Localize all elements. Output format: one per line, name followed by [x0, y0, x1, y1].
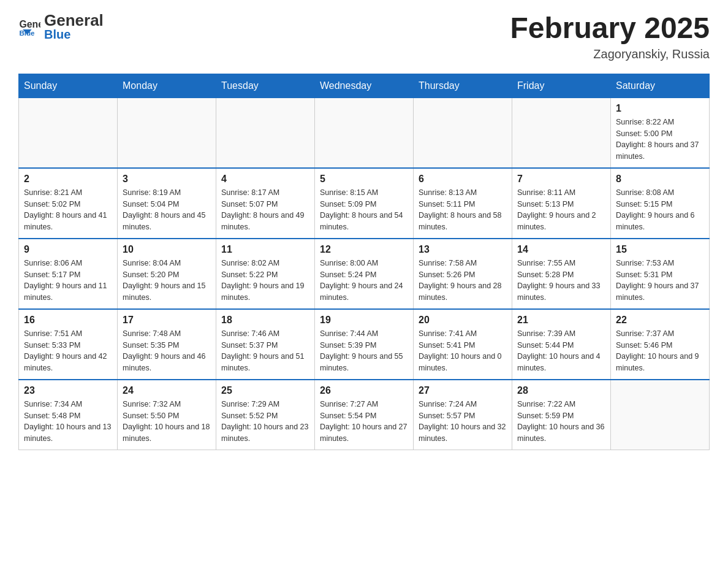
day-info: Sunrise: 8:06 AMSunset: 5:17 PMDaylight:…: [24, 258, 112, 304]
calendar-cell: 10Sunrise: 8:04 AMSunset: 5:20 PMDayligh…: [118, 239, 216, 309]
day-number: 3: [123, 174, 211, 185]
calendar-cell: 23Sunrise: 7:34 AMSunset: 5:48 PMDayligh…: [19, 380, 118, 450]
day-info: Sunrise: 7:24 AMSunset: 5:57 PMDaylight:…: [419, 399, 507, 445]
calendar-cell: 6Sunrise: 8:13 AMSunset: 5:11 PMDaylight…: [414, 168, 512, 239]
calendar-cell: 13Sunrise: 7:58 AMSunset: 5:26 PMDayligh…: [414, 239, 512, 309]
calendar-cell: 8Sunrise: 8:08 AMSunset: 5:15 PMDaylight…: [611, 168, 710, 239]
day-info: Sunrise: 7:37 AMSunset: 5:46 PMDaylight:…: [616, 328, 704, 374]
calendar-cell: [414, 98, 512, 168]
day-info: Sunrise: 8:04 AMSunset: 5:20 PMDaylight:…: [123, 258, 211, 304]
day-number: 11: [221, 244, 309, 255]
calendar-week-5: 23Sunrise: 7:34 AMSunset: 5:48 PMDayligh…: [19, 380, 710, 450]
calendar-cell: 14Sunrise: 7:55 AMSunset: 5:28 PMDayligh…: [512, 239, 611, 309]
day-number: 10: [123, 244, 211, 255]
logo-general-text: General: [44, 12, 104, 28]
day-info: Sunrise: 8:08 AMSunset: 5:15 PMDaylight:…: [616, 187, 704, 233]
day-number: 12: [320, 244, 408, 255]
day-number: 1: [616, 103, 704, 114]
calendar-table: Sunday Monday Tuesday Wednesday Thursday…: [18, 74, 710, 450]
day-info: Sunrise: 7:22 AMSunset: 5:59 PMDaylight:…: [517, 399, 605, 445]
day-number: 24: [123, 385, 211, 396]
day-number: 15: [616, 244, 704, 255]
calendar-cell: [216, 98, 315, 168]
calendar-cell: 18Sunrise: 7:46 AMSunset: 5:37 PMDayligh…: [216, 309, 315, 380]
calendar-week-1: 1Sunrise: 8:22 AMSunset: 5:00 PMDaylight…: [19, 98, 710, 168]
day-info: Sunrise: 7:58 AMSunset: 5:26 PMDaylight:…: [419, 258, 507, 304]
day-number: 4: [221, 174, 309, 185]
day-info: Sunrise: 8:17 AMSunset: 5:07 PMDaylight:…: [221, 187, 309, 233]
calendar-cell: 11Sunrise: 8:02 AMSunset: 5:22 PMDayligh…: [216, 239, 315, 309]
calendar-cell: 2Sunrise: 8:21 AMSunset: 5:02 PMDaylight…: [19, 168, 118, 239]
col-monday: Monday: [118, 74, 216, 98]
svg-text:Blue: Blue: [19, 29, 35, 37]
day-info: Sunrise: 7:41 AMSunset: 5:41 PMDaylight:…: [419, 328, 507, 374]
day-info: Sunrise: 8:22 AMSunset: 5:00 PMDaylight:…: [616, 117, 704, 163]
calendar-cell: 4Sunrise: 8:17 AMSunset: 5:07 PMDaylight…: [216, 168, 315, 239]
svg-text:General: General: [19, 19, 40, 29]
logo-icon: General Blue: [18, 15, 40, 37]
day-number: 22: [616, 315, 704, 326]
calendar-cell: 17Sunrise: 7:48 AMSunset: 5:35 PMDayligh…: [118, 309, 216, 380]
col-wednesday: Wednesday: [315, 74, 414, 98]
calendar-cell: 28Sunrise: 7:22 AMSunset: 5:59 PMDayligh…: [512, 380, 611, 450]
day-number: 13: [419, 244, 507, 255]
calendar-cell: 1Sunrise: 8:22 AMSunset: 5:00 PMDaylight…: [611, 98, 710, 168]
col-sunday: Sunday: [19, 74, 118, 98]
calendar-week-2: 2Sunrise: 8:21 AMSunset: 5:02 PMDaylight…: [19, 168, 710, 239]
day-info: Sunrise: 8:00 AMSunset: 5:24 PMDaylight:…: [320, 258, 408, 304]
calendar-cell: 12Sunrise: 8:00 AMSunset: 5:24 PMDayligh…: [315, 239, 414, 309]
title-block: February 2025 Zagoryanskiy, Russia: [510, 12, 710, 61]
day-info: Sunrise: 7:51 AMSunset: 5:33 PMDaylight:…: [24, 328, 112, 374]
calendar-cell: 5Sunrise: 8:15 AMSunset: 5:09 PMDaylight…: [315, 168, 414, 239]
calendar-cell: 24Sunrise: 7:32 AMSunset: 5:50 PMDayligh…: [118, 380, 216, 450]
day-info: Sunrise: 8:02 AMSunset: 5:22 PMDaylight:…: [221, 258, 309, 304]
day-info: Sunrise: 7:32 AMSunset: 5:50 PMDaylight:…: [123, 399, 211, 445]
day-number: 23: [24, 385, 112, 396]
day-number: 9: [24, 244, 112, 255]
calendar-cell: 26Sunrise: 7:27 AMSunset: 5:54 PMDayligh…: [315, 380, 414, 450]
col-thursday: Thursday: [414, 74, 512, 98]
calendar-cell: 7Sunrise: 8:11 AMSunset: 5:13 PMDaylight…: [512, 168, 611, 239]
calendar-cell: 3Sunrise: 8:19 AMSunset: 5:04 PMDaylight…: [118, 168, 216, 239]
day-number: 18: [221, 315, 309, 326]
calendar-cell: [512, 98, 611, 168]
location: Zagoryanskiy, Russia: [510, 47, 710, 61]
calendar-cell: [19, 98, 118, 168]
calendar-cell: [611, 380, 710, 450]
calendar-cell: 20Sunrise: 7:41 AMSunset: 5:41 PMDayligh…: [414, 309, 512, 380]
logo-blue-text: Blue: [44, 28, 104, 40]
day-number: 8: [616, 174, 704, 185]
day-number: 28: [517, 385, 605, 396]
day-number: 14: [517, 244, 605, 255]
calendar-cell: 9Sunrise: 8:06 AMSunset: 5:17 PMDaylight…: [19, 239, 118, 309]
day-number: 5: [320, 174, 408, 185]
calendar-cell: 21Sunrise: 7:39 AMSunset: 5:44 PMDayligh…: [512, 309, 611, 380]
day-info: Sunrise: 7:27 AMSunset: 5:54 PMDaylight:…: [320, 399, 408, 445]
day-info: Sunrise: 8:13 AMSunset: 5:11 PMDaylight:…: [419, 187, 507, 233]
day-info: Sunrise: 8:21 AMSunset: 5:02 PMDaylight:…: [24, 187, 112, 233]
calendar-cell: 19Sunrise: 7:44 AMSunset: 5:39 PMDayligh…: [315, 309, 414, 380]
day-info: Sunrise: 7:29 AMSunset: 5:52 PMDaylight:…: [221, 399, 309, 445]
day-number: 7: [517, 174, 605, 185]
day-number: 27: [419, 385, 507, 396]
day-info: Sunrise: 7:34 AMSunset: 5:48 PMDaylight:…: [24, 399, 112, 445]
day-info: Sunrise: 8:19 AMSunset: 5:04 PMDaylight:…: [123, 187, 211, 233]
day-info: Sunrise: 7:44 AMSunset: 5:39 PMDaylight:…: [320, 328, 408, 374]
day-info: Sunrise: 7:53 AMSunset: 5:31 PMDaylight:…: [616, 258, 704, 304]
col-saturday: Saturday: [611, 74, 710, 98]
day-info: Sunrise: 7:46 AMSunset: 5:37 PMDaylight:…: [221, 328, 309, 374]
day-number: 19: [320, 315, 408, 326]
day-info: Sunrise: 7:55 AMSunset: 5:28 PMDaylight:…: [517, 258, 605, 304]
day-number: 20: [419, 315, 507, 326]
calendar-header-row: Sunday Monday Tuesday Wednesday Thursday…: [19, 74, 710, 98]
calendar-cell: 25Sunrise: 7:29 AMSunset: 5:52 PMDayligh…: [216, 380, 315, 450]
col-friday: Friday: [512, 74, 611, 98]
day-number: 21: [517, 315, 605, 326]
day-number: 2: [24, 174, 112, 185]
calendar-cell: [315, 98, 414, 168]
calendar-cell: 16Sunrise: 7:51 AMSunset: 5:33 PMDayligh…: [19, 309, 118, 380]
calendar-week-3: 9Sunrise: 8:06 AMSunset: 5:17 PMDaylight…: [19, 239, 710, 309]
calendar-cell: 22Sunrise: 7:37 AMSunset: 5:46 PMDayligh…: [611, 309, 710, 380]
month-title: February 2025: [510, 12, 710, 45]
calendar-cell: 27Sunrise: 7:24 AMSunset: 5:57 PMDayligh…: [414, 380, 512, 450]
